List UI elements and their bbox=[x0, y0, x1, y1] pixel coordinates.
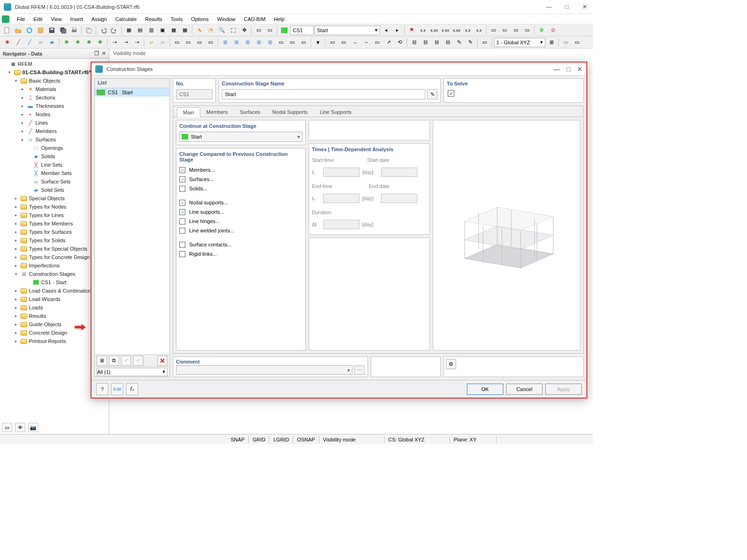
bl-icon-1[interactable]: ▭ bbox=[2, 423, 12, 432]
t2-31-icon[interactable]: ▭ bbox=[338, 37, 349, 48]
t2-5-icon[interactable]: ⇢ bbox=[109, 37, 120, 48]
dim5-icon[interactable]: x.x bbox=[463, 25, 473, 35]
model-preview[interactable] bbox=[433, 120, 580, 350]
stage-name-combo[interactable]: Start▾ bbox=[315, 26, 380, 35]
solve-checkbox[interactable]: ✓ bbox=[448, 90, 454, 97]
t2-14-icon[interactable]: ⊞ bbox=[220, 37, 230, 48]
solid-icon[interactable]: ▰ bbox=[47, 37, 57, 48]
menu-results[interactable]: Results bbox=[141, 15, 166, 23]
dim4-icon[interactable]: x.xx bbox=[451, 25, 462, 35]
cs-status[interactable]: CS: Global XYZ bbox=[385, 436, 450, 443]
maximize-button[interactable]: □ bbox=[562, 3, 571, 10]
pan-icon[interactable]: ✥ bbox=[239, 25, 249, 35]
flag-icon[interactable]: ⚑ bbox=[407, 25, 417, 35]
cancel-button[interactable]: Cancel bbox=[506, 384, 543, 395]
list-uncheck-icon[interactable]: ✓ bbox=[133, 356, 143, 366]
t2-18-icon[interactable]: ⊞ bbox=[265, 37, 275, 48]
lgrid-toggle[interactable]: LGRID bbox=[269, 436, 293, 443]
chk-line[interactable]: ✓Line supports... bbox=[179, 207, 303, 217]
osnap-toggle[interactable]: OSNAP bbox=[293, 436, 319, 443]
chk-welded[interactable]: Line welded joints... bbox=[179, 226, 303, 235]
t2-21-icon[interactable]: ▭ bbox=[298, 37, 309, 48]
t2-32-icon[interactable]: ⌣ bbox=[350, 37, 360, 48]
camera-icon[interactable]: 📷 bbox=[28, 423, 38, 432]
visibility-status[interactable]: Visibility mode bbox=[319, 436, 385, 443]
t2-42-icon[interactable]: ⊟ bbox=[431, 37, 442, 48]
apply-button[interactable]: Apply bbox=[545, 384, 582, 395]
lasso-icon[interactable]: ◔ bbox=[205, 25, 216, 35]
t2-20-icon[interactable]: ▭ bbox=[287, 37, 297, 48]
filter-icon[interactable]: ▼ bbox=[313, 37, 323, 48]
t2-35-icon[interactable]: ↗ bbox=[383, 37, 394, 48]
menu-file[interactable]: File bbox=[13, 15, 29, 23]
table-icon[interactable]: ▦ bbox=[124, 25, 134, 35]
zoomfit-icon[interactable]: ⛶ bbox=[228, 25, 238, 35]
t2-50-icon[interactable]: ⊞ bbox=[546, 37, 557, 48]
app-menu-icon[interactable] bbox=[2, 15, 9, 23]
t2-11-icon[interactable]: ▭ bbox=[183, 37, 193, 48]
chk-nodal[interactable]: ✓Nodal supports... bbox=[179, 198, 303, 207]
minimize-button[interactable]: — bbox=[544, 3, 554, 10]
tab-nodal-supports[interactable]: Nodal Supports bbox=[266, 107, 314, 117]
view2-icon[interactable]: ▭ bbox=[500, 25, 510, 35]
chk-contacts[interactable]: Surface contacts... bbox=[179, 240, 303, 249]
t2-12-icon[interactable]: ▭ bbox=[194, 37, 204, 48]
next-icon[interactable]: ▸ bbox=[392, 25, 402, 35]
t2-13-icon[interactable]: ▭ bbox=[205, 37, 216, 48]
tab-surfaces[interactable]: Surfaces bbox=[234, 107, 266, 117]
new-icon[interactable] bbox=[2, 25, 12, 35]
surface-icon[interactable]: ▱ bbox=[35, 37, 46, 48]
dim6-icon[interactable]: x.x bbox=[474, 25, 484, 35]
t2-33-icon[interactable]: ⌢ bbox=[361, 37, 371, 48]
t2-45-icon[interactable]: ✎ bbox=[465, 37, 475, 48]
t2-34-icon[interactable]: ▭ bbox=[372, 37, 382, 48]
sync-icon[interactable] bbox=[35, 25, 46, 35]
dim1-icon[interactable]: x.x bbox=[418, 25, 428, 35]
formula-icon[interactable]: fₓ bbox=[126, 383, 138, 395]
t2-51-icon[interactable]: ▭ bbox=[561, 37, 571, 48]
tab-members[interactable]: Members bbox=[200, 107, 234, 117]
dialog-close-icon[interactable]: ✕ bbox=[577, 65, 583, 73]
t2-4-icon[interactable]: ✱ bbox=[95, 37, 105, 48]
list-delete-icon[interactable]: ✕ bbox=[157, 356, 168, 366]
t2-36-icon[interactable]: ⟲ bbox=[395, 37, 405, 48]
chk-members[interactable]: ✓Members... bbox=[179, 165, 303, 175]
coord-system-combo[interactable]: 1 - Global XYZ▾ bbox=[494, 38, 545, 47]
view3-icon[interactable]: ▭ bbox=[511, 25, 521, 35]
menu-window[interactable]: Window bbox=[213, 15, 239, 23]
dim3-icon[interactable]: x.xx bbox=[440, 25, 451, 35]
t2-16-icon[interactable]: ⊞ bbox=[242, 37, 253, 48]
t2-6-icon[interactable]: ⇢ bbox=[120, 37, 131, 48]
units-icon[interactable]: 0.00 bbox=[111, 383, 123, 395]
help-icon[interactable]: ? bbox=[96, 383, 108, 395]
prev-icon[interactable]: ◂ bbox=[381, 25, 391, 35]
snap-toggle[interactable]: SNAP bbox=[227, 436, 249, 443]
grid-icon[interactable]: ▤ bbox=[135, 25, 145, 35]
select-icon[interactable]: ⬉ bbox=[194, 25, 204, 35]
panel2-icon[interactable]: ▦ bbox=[169, 25, 179, 35]
cancel-calc-icon[interactable]: ⊘ bbox=[548, 25, 558, 35]
menu-edit[interactable]: Edit bbox=[30, 15, 46, 23]
open-icon[interactable] bbox=[13, 25, 23, 35]
save-icon[interactable] bbox=[47, 25, 57, 35]
refresh-icon[interactable] bbox=[24, 25, 35, 35]
layout-icon[interactable]: ▥ bbox=[146, 25, 156, 35]
menu-assign[interactable]: Assign bbox=[88, 15, 111, 23]
layers-icon[interactable]: ▭ bbox=[479, 37, 490, 48]
list-item-cs1[interactable]: CS1 Start bbox=[95, 88, 169, 97]
stage-code-combo[interactable]: CS1 bbox=[290, 26, 314, 35]
close-button[interactable]: ✕ bbox=[580, 3, 589, 10]
undo-icon[interactable] bbox=[98, 25, 108, 35]
view4-icon[interactable]: ▭ bbox=[522, 25, 532, 35]
ok-button[interactable]: OK bbox=[467, 384, 503, 395]
tab-line-supports[interactable]: Line Supports bbox=[314, 107, 358, 117]
t2-41-icon[interactable]: ⊟ bbox=[420, 37, 430, 48]
t2-52-icon[interactable]: ▭ bbox=[572, 37, 582, 48]
dialog-minimize-icon[interactable]: — bbox=[554, 65, 560, 73]
t2-7-icon[interactable]: ⇢ bbox=[132, 37, 142, 48]
name-edit-icon[interactable]: ✎ bbox=[427, 89, 437, 99]
cascade-icon[interactable]: ▭ bbox=[265, 25, 275, 35]
menu-help[interactable]: Help bbox=[270, 15, 289, 23]
view1-icon[interactable]: ▭ bbox=[488, 25, 499, 35]
menu-view[interactable]: View bbox=[47, 15, 66, 23]
